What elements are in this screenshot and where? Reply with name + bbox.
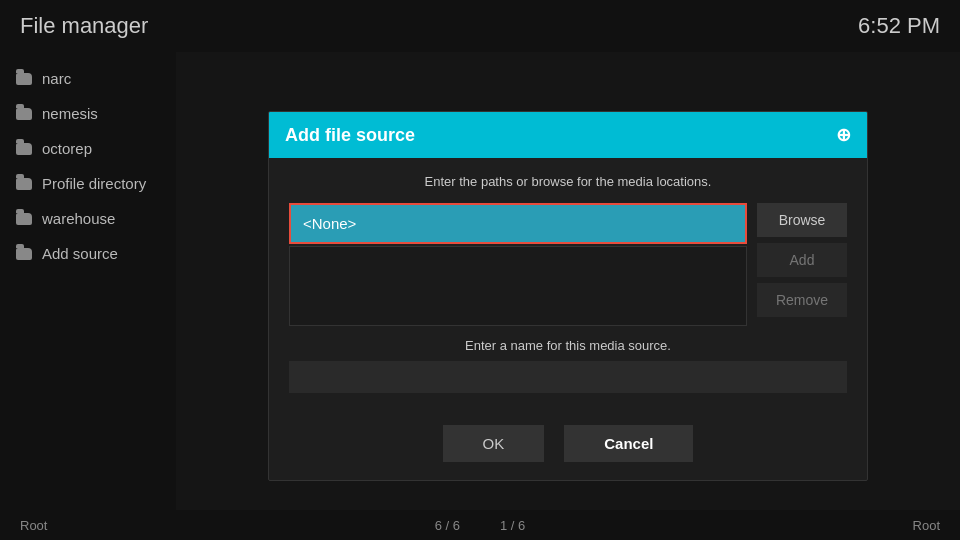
folder-icon	[16, 108, 32, 120]
dialog-body: Enter the paths or browse for the media …	[269, 158, 867, 409]
sidebar-label-nemesis: nemesis	[42, 105, 98, 122]
side-buttons: Browse Add Remove	[757, 203, 847, 317]
bottom-left: Root	[20, 518, 47, 533]
path-list-area	[289, 246, 747, 326]
app-title: File manager	[20, 13, 148, 39]
sidebar-label-add-source: Add source	[42, 245, 118, 262]
dialog-header: Add file source ⊕	[269, 112, 867, 158]
path-input[interactable]: <None>	[289, 203, 747, 244]
name-section: Enter a name for this media source.	[289, 338, 847, 393]
ok-button[interactable]: OK	[443, 425, 545, 462]
name-label: Enter a name for this media source.	[289, 338, 847, 353]
dialog-instruction: Enter the paths or browse for the media …	[289, 174, 847, 189]
add-file-source-dialog: Add file source ⊕ Enter the paths or bro…	[268, 111, 868, 481]
folder-icon	[16, 213, 32, 225]
main-area: Add file source ⊕ Enter the paths or bro…	[176, 52, 960, 540]
sidebar: narc nemesis octorep Profile directory w…	[0, 52, 176, 540]
sidebar-label-octorep: octorep	[42, 140, 92, 157]
folder-icon	[16, 248, 32, 260]
bottom-center-left: 6 / 6	[435, 518, 460, 533]
folder-icon	[16, 73, 32, 85]
sidebar-label-narc: narc	[42, 70, 71, 87]
sidebar-item-profile-directory[interactable]: Profile directory	[0, 167, 176, 200]
bottom-bar: Root 6 / 6 1 / 6 Root	[0, 510, 960, 540]
dialog-title: Add file source	[285, 125, 415, 146]
folder-icon	[16, 178, 32, 190]
kodi-icon: ⊕	[836, 124, 851, 146]
content-area: narc nemesis octorep Profile directory w…	[0, 52, 960, 540]
sidebar-item-warehouse[interactable]: warehouse	[0, 202, 176, 235]
sidebar-item-add-source[interactable]: Add source	[0, 237, 176, 270]
dialog-backdrop: Add file source ⊕ Enter the paths or bro…	[176, 52, 960, 540]
clock: 6:52 PM	[858, 13, 940, 39]
folder-icon	[16, 143, 32, 155]
browse-button[interactable]: Browse	[757, 203, 847, 237]
path-input-wrapper: <None>	[289, 203, 747, 326]
sidebar-item-nemesis[interactable]: nemesis	[0, 97, 176, 130]
bottom-center-right: 1 / 6	[500, 518, 525, 533]
sidebar-label-warehouse: warehouse	[42, 210, 115, 227]
add-button[interactable]: Add	[757, 243, 847, 277]
dialog-footer: OK Cancel	[269, 409, 867, 480]
top-bar: File manager 6:52 PM	[0, 0, 960, 52]
sidebar-item-narc[interactable]: narc	[0, 62, 176, 95]
bottom-right: Root	[913, 518, 940, 533]
sidebar-label-profile-directory: Profile directory	[42, 175, 146, 192]
cancel-button[interactable]: Cancel	[564, 425, 693, 462]
bottom-center: 6 / 6 1 / 6	[435, 518, 526, 533]
path-row: <None> Browse Add Remove	[289, 203, 847, 326]
sidebar-item-octorep[interactable]: octorep	[0, 132, 176, 165]
remove-button[interactable]: Remove	[757, 283, 847, 317]
name-input[interactable]	[289, 361, 847, 393]
